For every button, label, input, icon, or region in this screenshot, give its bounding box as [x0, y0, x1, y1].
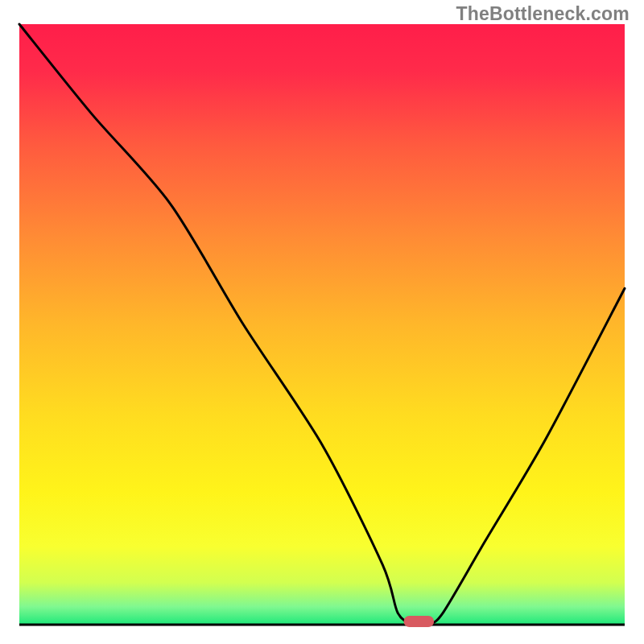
chart-background — [19, 24, 625, 625]
optimal-zone-marker — [404, 616, 435, 627]
attribution-label: TheBottleneck.com — [456, 3, 630, 25]
chart-svg — [0, 0, 644, 644]
bottleneck-chart: TheBottleneck.com — [0, 0, 644, 644]
